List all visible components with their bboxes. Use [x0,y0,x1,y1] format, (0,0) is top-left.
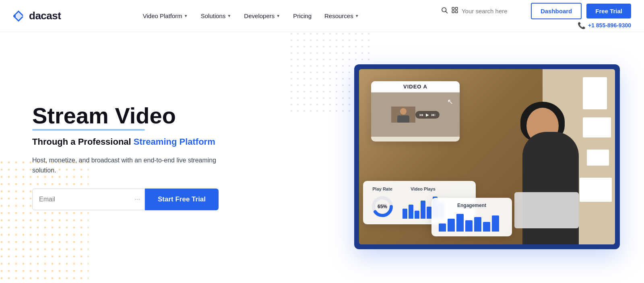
shelf-item [583,77,607,109]
hero-description: Host, monetize, and broadcast with an en… [32,155,217,176]
eng-bar-3 [456,214,464,232]
play-rate-label: Play Rate [370,187,394,191]
header-top-row: Dashboard Free Trial [441,3,631,19]
search-input[interactable] [462,8,526,14]
start-free-trial-button[interactable]: Start Free Trial [145,189,219,210]
woman-figure [510,108,591,244]
video-frame: VIDEO A ↖ ⏮ ▶ ⏭ [354,64,620,249]
engagement-chart [439,211,505,232]
svg-rect-6 [455,11,457,13]
search-icon[interactable] [441,6,448,16]
svg-line-2 [446,11,447,13]
nav-pricing[interactable]: Pricing [287,9,317,23]
nav-solutions[interactable]: Solutions ▼ [195,9,237,23]
nav-video-platform[interactable]: Video Platform ▼ [137,9,194,23]
bar-5 [427,207,431,219]
nav-developers[interactable]: Developers ▼ [238,9,286,23]
hero-video-mockup: VIDEO A ↖ ⏮ ▶ ⏭ [354,64,620,249]
thumbnail-person-icon [391,107,415,123]
filter-icon[interactable] [451,6,458,15]
eng-bar-5 [474,217,481,232]
phone-row: 📞 +1 855-896-9300 [578,22,631,29]
donut-value: 65% [378,204,387,209]
bar-4 [421,201,425,219]
eng-bar-6 [483,222,490,232]
svg-point-0 [13,15,16,17]
chevron-down-icon: ▼ [355,14,359,18]
svg-rect-4 [455,7,457,9]
svg-rect-5 [452,11,454,13]
free-trial-button[interactable]: Free Trial [586,4,631,18]
engagement-label: Engagement [439,203,505,208]
video-a-label: VIDEO A [371,81,460,92]
site-header: dacast Video Platform ▼ Solutions ▼ Deve… [0,0,644,32]
logo-text: dacast [29,10,61,22]
bar-1 [402,209,407,219]
svg-rect-13 [397,115,409,123]
video-a-card: VIDEO A ↖ ⏮ ▶ ⏭ [371,81,460,142]
play-rate-stat: Play Rate 65% [370,187,394,219]
email-input[interactable] [32,189,145,210]
laptop-shape [514,192,579,228]
eng-bar-2 [448,219,455,232]
play-icon: ▶ [426,113,429,117]
title-underline [32,129,145,131]
bar-3 [415,211,419,219]
video-inner: VIDEO A ↖ ⏮ ▶ ⏭ [359,69,615,244]
next-icon: ⏭ [431,113,436,117]
video-plays-label: Video Plays [402,187,444,191]
bar-2 [409,205,413,219]
play-rate-donut: 65% [370,195,394,219]
dashboard-button[interactable]: Dashboard [531,3,582,19]
svg-rect-3 [452,7,454,9]
play-controls: ⏮ ▶ ⏭ [415,111,440,119]
email-input-wrapper: ⋯ [32,189,145,210]
svg-point-12 [400,108,407,115]
logo-link[interactable]: dacast [13,10,61,23]
email-dots-icon: ⋯ [134,196,140,203]
eng-bar-7 [492,215,499,232]
signup-form: ⋯ Start Free Trial [32,189,219,210]
nav-resources[interactable]: Resources ▼ [319,9,365,23]
phone-link[interactable]: +1 855-896-9300 [588,22,631,29]
hero-content: Stream Video Through a Professional Stre… [32,103,219,210]
phone-icon: 📞 [578,22,586,29]
chevron-down-icon: ▼ [276,14,280,18]
dacast-logo-icon [13,10,26,23]
search-area [441,6,526,16]
eng-bar-4 [465,220,473,232]
eng-bar-1 [439,224,446,232]
prev-icon: ⏮ [419,113,423,117]
chevron-down-icon: ▼ [184,14,188,18]
cursor-icon: ↖ [447,97,453,106]
video-a-preview: ↖ ⏮ ▶ ⏭ [371,92,460,137]
hero-section: Stream Video Through a Professional Stre… [0,32,644,281]
chevron-down-icon: ▼ [227,14,231,18]
header-right: Dashboard Free Trial 📞 +1 855-896-9300 [441,3,631,29]
main-nav: Video Platform ▼ Solutions ▼ Developers … [137,9,365,23]
hero-subtitle: Through a Professional Streaming Platfor… [32,136,219,148]
engagement-card: Engagement [431,198,512,236]
hero-title: Stream Video [32,103,219,128]
